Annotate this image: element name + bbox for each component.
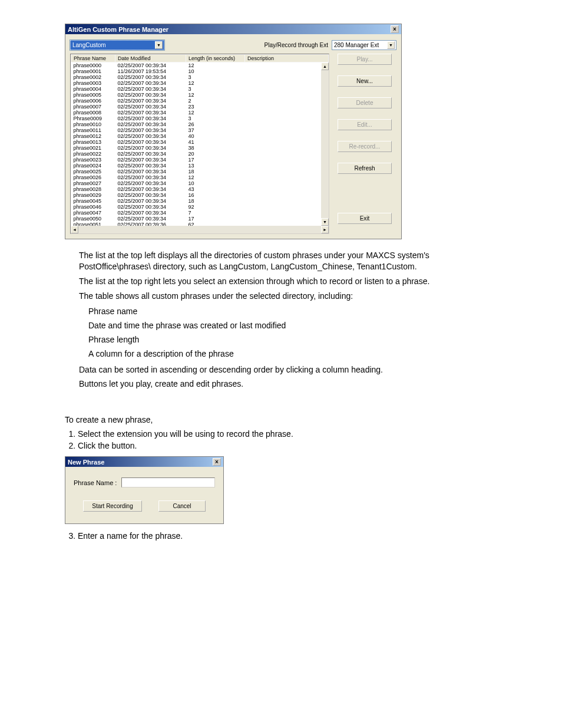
- exit-button[interactable]: Exit: [338, 213, 392, 224]
- col-length[interactable]: Length (in seconds): [186, 55, 245, 62]
- play-button[interactable]: Play...: [338, 54, 392, 65]
- table-row[interactable]: phrase000202/25/2007 00:39:343: [71, 74, 329, 80]
- paragraph: The list at the top right lets you selec…: [65, 276, 501, 287]
- list-item: Select the extension you will be using t…: [78, 429, 562, 439]
- table-cell: phrase0001: [71, 68, 115, 74]
- table-row[interactable]: phrase002302/25/2007 00:39:3417: [71, 157, 329, 163]
- table-cell: [245, 157, 329, 163]
- table-row[interactable]: phrase000002/25/2007 00:39:3412: [71, 62, 329, 69]
- table-cell: [245, 133, 329, 139]
- delete-button[interactable]: Delete: [338, 97, 392, 108]
- refresh-button[interactable]: Refresh: [338, 163, 392, 174]
- table-cell: phrase0011: [71, 127, 115, 133]
- list-item: Phrase length: [88, 335, 562, 344]
- table-row[interactable]: phrase001002/25/2007 00:39:3426: [71, 121, 329, 127]
- chevron-down-icon[interactable]: ▼: [155, 41, 163, 49]
- chevron-down-icon[interactable]: ▼: [387, 41, 395, 49]
- table-row[interactable]: phrase004602/25/2007 00:39:3492: [71, 204, 329, 210]
- table-cell: 37: [186, 127, 245, 133]
- table-row[interactable]: phrase001202/25/2007 00:39:3440: [71, 133, 329, 139]
- table-cell: 02/25/2007 00:39:34: [115, 121, 186, 127]
- scroll-right-icon[interactable]: ►: [321, 226, 329, 233]
- table-row[interactable]: Phrase000902/25/2007 00:39:343: [71, 116, 329, 121]
- close-icon[interactable]: ×: [391, 25, 399, 33]
- list-item: Phrase name: [88, 307, 562, 316]
- table-cell: 20: [186, 151, 245, 157]
- table-row[interactable]: phrase002502/25/2007 00:39:3418: [71, 169, 329, 174]
- table-cell: 02/25/2007 00:39:34: [115, 80, 186, 86]
- table-cell: phrase0028: [71, 186, 115, 192]
- paragraph: Buttons let you play, create and edit ph…: [65, 378, 501, 390]
- table-cell: 02/25/2007 00:39:34: [115, 192, 186, 198]
- table-row[interactable]: phrase004702/25/2007 00:39:347: [71, 210, 329, 216]
- table-cell: phrase0047: [71, 210, 115, 216]
- table-row[interactable]: phrase002202/25/2007 00:39:3420: [71, 151, 329, 157]
- table-cell: [245, 169, 329, 174]
- table-cell: [245, 174, 329, 180]
- table-cell: [245, 74, 329, 80]
- table-row[interactable]: phrase001102/25/2007 00:39:3437: [71, 127, 329, 133]
- extension-dropdown[interactable]: 280 Manager Ext ▼: [332, 40, 396, 50]
- table-row[interactable]: phrase004502/25/2007 00:39:3418: [71, 198, 329, 204]
- table-cell: 02/25/2007 00:39:34: [115, 86, 186, 92]
- table-row[interactable]: phrase002902/25/2007 00:39:3416: [71, 192, 329, 198]
- phrase-table-container: Phrase Name Date Modified Length (in sec…: [70, 54, 329, 234]
- table-row[interactable]: phrase002402/25/2007 00:39:3413: [71, 163, 329, 169]
- table-cell: phrase0024: [71, 163, 115, 169]
- table-cell: 02/25/2007 00:39:34: [115, 180, 186, 186]
- table-cell: 26: [186, 121, 245, 127]
- table-cell: [245, 145, 329, 151]
- table-cell: 02/25/2007 00:39:34: [115, 74, 186, 80]
- table-row[interactable]: phrase000702/25/2007 00:39:3423: [71, 104, 329, 110]
- scroll-up-icon[interactable]: ▲: [321, 62, 329, 70]
- table-cell: 02/25/2007 00:39:34: [115, 163, 186, 169]
- phrase-table[interactable]: Phrase Name Date Modified Length (in sec…: [71, 54, 329, 233]
- paragraph: The list at the top left displays all th…: [65, 250, 501, 272]
- edit-button[interactable]: Edit...: [338, 119, 392, 130]
- table-cell: 7: [186, 210, 245, 216]
- table-row[interactable]: phrase001302/25/2007 00:39:3441: [71, 139, 329, 145]
- vertical-scrollbar[interactable]: ▲ ▼: [321, 62, 329, 226]
- col-description[interactable]: Description: [245, 55, 329, 62]
- table-cell: 3: [186, 116, 245, 121]
- rerecord-button[interactable]: Re-record...: [338, 141, 392, 152]
- col-phrase-name[interactable]: Phrase Name: [71, 55, 115, 62]
- table-cell: [245, 92, 329, 98]
- table-cell: 02/25/2007 00:39:34: [115, 210, 186, 216]
- table-row[interactable]: phrase000502/25/2007 00:39:3412: [71, 92, 329, 98]
- scroll-left-icon[interactable]: ◄: [71, 226, 78, 233]
- table-cell: [245, 216, 329, 222]
- table-cell: [245, 204, 329, 210]
- table-row[interactable]: phrase002802/25/2007 00:39:3443: [71, 186, 329, 192]
- table-cell: 10: [186, 68, 245, 74]
- horizontal-scrollbar[interactable]: ◄ ►: [71, 226, 329, 233]
- phrase-name-input[interactable]: [121, 477, 215, 487]
- col-date-modified[interactable]: Date Modified: [115, 55, 186, 62]
- table-cell: phrase0050: [71, 216, 115, 222]
- table-cell: [245, 186, 329, 192]
- table-cell: 40: [186, 133, 245, 139]
- table-cell: 02/25/2007 00:39:34: [115, 110, 186, 116]
- table-row[interactable]: phrase000302/25/2007 00:39:3412: [71, 80, 329, 86]
- table-row[interactable]: phrase000602/25/2007 00:39:342: [71, 98, 329, 104]
- table-row[interactable]: phrase002602/25/2007 00:39:3412: [71, 174, 329, 180]
- list-item: Enter a name for the phrase.: [78, 531, 562, 541]
- table-cell: phrase0022: [71, 151, 115, 157]
- table-row[interactable]: phrase000802/25/2007 00:39:3412: [71, 110, 329, 116]
- table-row[interactable]: phrase000111/26/2007 19:53:5410: [71, 68, 329, 74]
- table-cell: 02/25/2007 00:39:34: [115, 92, 186, 98]
- table-cell: 02/25/2007 00:39:34: [115, 151, 186, 157]
- table-row[interactable]: phrase000402/25/2007 00:39:343: [71, 86, 329, 92]
- table-cell: phrase0046: [71, 204, 115, 210]
- directory-dropdown[interactable]: LangCustom ▼: [70, 40, 164, 50]
- table-row[interactable]: phrase002702/25/2007 00:39:3410: [71, 180, 329, 186]
- scroll-down-icon[interactable]: ▼: [321, 218, 329, 226]
- close-icon[interactable]: ×: [213, 458, 221, 466]
- table-row[interactable]: phrase002102/25/2007 00:39:3438: [71, 145, 329, 151]
- table-header-row[interactable]: Phrase Name Date Modified Length (in sec…: [71, 55, 329, 62]
- start-recording-button[interactable]: Start Recording: [83, 500, 142, 512]
- new-button[interactable]: New...: [338, 75, 392, 87]
- table-cell: 12: [186, 92, 245, 98]
- table-row[interactable]: phrase005002/25/2007 00:39:3417: [71, 216, 329, 222]
- cancel-button[interactable]: Cancel: [158, 500, 206, 512]
